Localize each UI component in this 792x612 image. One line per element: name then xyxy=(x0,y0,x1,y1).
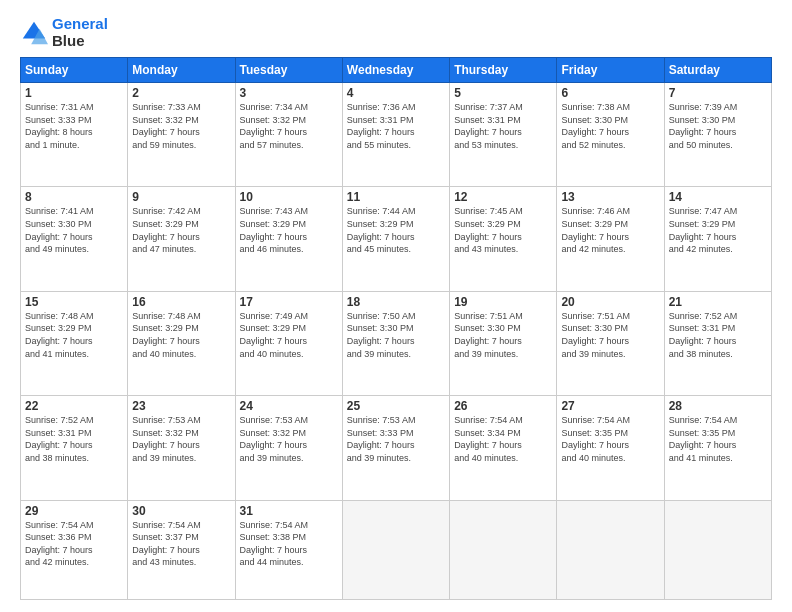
day-info: Sunrise: 7:48 AM Sunset: 3:29 PM Dayligh… xyxy=(25,310,123,360)
day-info: Sunrise: 7:46 AM Sunset: 3:29 PM Dayligh… xyxy=(561,205,659,255)
day-info: Sunrise: 7:33 AM Sunset: 3:32 PM Dayligh… xyxy=(132,101,230,151)
day-info: Sunrise: 7:43 AM Sunset: 3:29 PM Dayligh… xyxy=(240,205,338,255)
day-info: Sunrise: 7:50 AM Sunset: 3:30 PM Dayligh… xyxy=(347,310,445,360)
calendar-cell xyxy=(557,500,664,599)
day-info: Sunrise: 7:52 AM Sunset: 3:31 PM Dayligh… xyxy=(669,310,767,360)
day-number: 27 xyxy=(561,399,659,413)
day-number: 23 xyxy=(132,399,230,413)
calendar-cell: 5Sunrise: 7:37 AM Sunset: 3:31 PM Daylig… xyxy=(450,83,557,187)
day-number: 15 xyxy=(25,295,123,309)
calendar-cell: 25Sunrise: 7:53 AM Sunset: 3:33 PM Dayli… xyxy=(342,396,449,500)
calendar-cell: 26Sunrise: 7:54 AM Sunset: 3:34 PM Dayli… xyxy=(450,396,557,500)
day-info: Sunrise: 7:39 AM Sunset: 3:30 PM Dayligh… xyxy=(669,101,767,151)
day-number: 2 xyxy=(132,86,230,100)
calendar-cell: 3Sunrise: 7:34 AM Sunset: 3:32 PM Daylig… xyxy=(235,83,342,187)
day-info: Sunrise: 7:38 AM Sunset: 3:30 PM Dayligh… xyxy=(561,101,659,151)
calendar-cell: 10Sunrise: 7:43 AM Sunset: 3:29 PM Dayli… xyxy=(235,187,342,291)
calendar-cell: 19Sunrise: 7:51 AM Sunset: 3:30 PM Dayli… xyxy=(450,291,557,395)
day-info: Sunrise: 7:51 AM Sunset: 3:30 PM Dayligh… xyxy=(454,310,552,360)
calendar-header-cell: Monday xyxy=(128,58,235,83)
day-number: 21 xyxy=(669,295,767,309)
day-info: Sunrise: 7:53 AM Sunset: 3:32 PM Dayligh… xyxy=(132,414,230,464)
calendar-cell: 8Sunrise: 7:41 AM Sunset: 3:30 PM Daylig… xyxy=(21,187,128,291)
day-info: Sunrise: 7:42 AM Sunset: 3:29 PM Dayligh… xyxy=(132,205,230,255)
day-number: 19 xyxy=(454,295,552,309)
day-number: 20 xyxy=(561,295,659,309)
day-info: Sunrise: 7:54 AM Sunset: 3:35 PM Dayligh… xyxy=(669,414,767,464)
day-info: Sunrise: 7:41 AM Sunset: 3:30 PM Dayligh… xyxy=(25,205,123,255)
logo-icon xyxy=(20,19,48,47)
day-info: Sunrise: 7:49 AM Sunset: 3:29 PM Dayligh… xyxy=(240,310,338,360)
calendar-header-cell: Thursday xyxy=(450,58,557,83)
day-number: 25 xyxy=(347,399,445,413)
calendar-cell: 1Sunrise: 7:31 AM Sunset: 3:33 PM Daylig… xyxy=(21,83,128,187)
calendar-header-row: SundayMondayTuesdayWednesdayThursdayFrid… xyxy=(21,58,772,83)
day-number: 16 xyxy=(132,295,230,309)
header: General Blue xyxy=(20,16,772,49)
day-info: Sunrise: 7:45 AM Sunset: 3:29 PM Dayligh… xyxy=(454,205,552,255)
calendar-cell: 18Sunrise: 7:50 AM Sunset: 3:30 PM Dayli… xyxy=(342,291,449,395)
day-number: 24 xyxy=(240,399,338,413)
page: General Blue SundayMondayTuesdayWednesda… xyxy=(0,0,792,612)
day-info: Sunrise: 7:37 AM Sunset: 3:31 PM Dayligh… xyxy=(454,101,552,151)
day-info: Sunrise: 7:53 AM Sunset: 3:33 PM Dayligh… xyxy=(347,414,445,464)
day-number: 28 xyxy=(669,399,767,413)
day-info: Sunrise: 7:31 AM Sunset: 3:33 PM Dayligh… xyxy=(25,101,123,151)
day-number: 26 xyxy=(454,399,552,413)
calendar-cell xyxy=(664,500,771,599)
day-info: Sunrise: 7:54 AM Sunset: 3:34 PM Dayligh… xyxy=(454,414,552,464)
day-number: 11 xyxy=(347,190,445,204)
calendar-body: 1Sunrise: 7:31 AM Sunset: 3:33 PM Daylig… xyxy=(21,83,772,600)
calendar-cell: 7Sunrise: 7:39 AM Sunset: 3:30 PM Daylig… xyxy=(664,83,771,187)
calendar-cell: 2Sunrise: 7:33 AM Sunset: 3:32 PM Daylig… xyxy=(128,83,235,187)
calendar-week-row: 8Sunrise: 7:41 AM Sunset: 3:30 PM Daylig… xyxy=(21,187,772,291)
day-number: 30 xyxy=(132,504,230,518)
day-number: 12 xyxy=(454,190,552,204)
calendar-cell: 12Sunrise: 7:45 AM Sunset: 3:29 PM Dayli… xyxy=(450,187,557,291)
calendar-cell: 20Sunrise: 7:51 AM Sunset: 3:30 PM Dayli… xyxy=(557,291,664,395)
calendar-cell: 4Sunrise: 7:36 AM Sunset: 3:31 PM Daylig… xyxy=(342,83,449,187)
day-number: 14 xyxy=(669,190,767,204)
day-number: 3 xyxy=(240,86,338,100)
calendar-header-cell: Saturday xyxy=(664,58,771,83)
calendar-cell: 15Sunrise: 7:48 AM Sunset: 3:29 PM Dayli… xyxy=(21,291,128,395)
day-number: 4 xyxy=(347,86,445,100)
day-info: Sunrise: 7:34 AM Sunset: 3:32 PM Dayligh… xyxy=(240,101,338,151)
calendar-cell xyxy=(450,500,557,599)
calendar-cell: 27Sunrise: 7:54 AM Sunset: 3:35 PM Dayli… xyxy=(557,396,664,500)
logo: General Blue xyxy=(20,16,108,49)
day-info: Sunrise: 7:51 AM Sunset: 3:30 PM Dayligh… xyxy=(561,310,659,360)
day-number: 29 xyxy=(25,504,123,518)
day-info: Sunrise: 7:54 AM Sunset: 3:37 PM Dayligh… xyxy=(132,519,230,569)
calendar-header-cell: Sunday xyxy=(21,58,128,83)
day-number: 6 xyxy=(561,86,659,100)
day-number: 13 xyxy=(561,190,659,204)
calendar-week-row: 15Sunrise: 7:48 AM Sunset: 3:29 PM Dayli… xyxy=(21,291,772,395)
calendar-cell: 28Sunrise: 7:54 AM Sunset: 3:35 PM Dayli… xyxy=(664,396,771,500)
day-number: 8 xyxy=(25,190,123,204)
day-number: 22 xyxy=(25,399,123,413)
calendar-cell: 14Sunrise: 7:47 AM Sunset: 3:29 PM Dayli… xyxy=(664,187,771,291)
day-number: 10 xyxy=(240,190,338,204)
calendar-cell: 29Sunrise: 7:54 AM Sunset: 3:36 PM Dayli… xyxy=(21,500,128,599)
day-number: 5 xyxy=(454,86,552,100)
calendar-cell: 6Sunrise: 7:38 AM Sunset: 3:30 PM Daylig… xyxy=(557,83,664,187)
day-info: Sunrise: 7:36 AM Sunset: 3:31 PM Dayligh… xyxy=(347,101,445,151)
day-number: 17 xyxy=(240,295,338,309)
day-info: Sunrise: 7:48 AM Sunset: 3:29 PM Dayligh… xyxy=(132,310,230,360)
calendar-week-row: 1Sunrise: 7:31 AM Sunset: 3:33 PM Daylig… xyxy=(21,83,772,187)
day-info: Sunrise: 7:54 AM Sunset: 3:35 PM Dayligh… xyxy=(561,414,659,464)
calendar-cell: 30Sunrise: 7:54 AM Sunset: 3:37 PM Dayli… xyxy=(128,500,235,599)
day-info: Sunrise: 7:52 AM Sunset: 3:31 PM Dayligh… xyxy=(25,414,123,464)
calendar-cell: 23Sunrise: 7:53 AM Sunset: 3:32 PM Dayli… xyxy=(128,396,235,500)
calendar-table: SundayMondayTuesdayWednesdayThursdayFrid… xyxy=(20,57,772,600)
day-info: Sunrise: 7:54 AM Sunset: 3:36 PM Dayligh… xyxy=(25,519,123,569)
day-info: Sunrise: 7:44 AM Sunset: 3:29 PM Dayligh… xyxy=(347,205,445,255)
calendar-cell: 16Sunrise: 7:48 AM Sunset: 3:29 PM Dayli… xyxy=(128,291,235,395)
calendar-cell: 9Sunrise: 7:42 AM Sunset: 3:29 PM Daylig… xyxy=(128,187,235,291)
calendar-header-cell: Tuesday xyxy=(235,58,342,83)
calendar-week-row: 29Sunrise: 7:54 AM Sunset: 3:36 PM Dayli… xyxy=(21,500,772,599)
calendar-header-cell: Friday xyxy=(557,58,664,83)
day-info: Sunrise: 7:47 AM Sunset: 3:29 PM Dayligh… xyxy=(669,205,767,255)
day-number: 9 xyxy=(132,190,230,204)
